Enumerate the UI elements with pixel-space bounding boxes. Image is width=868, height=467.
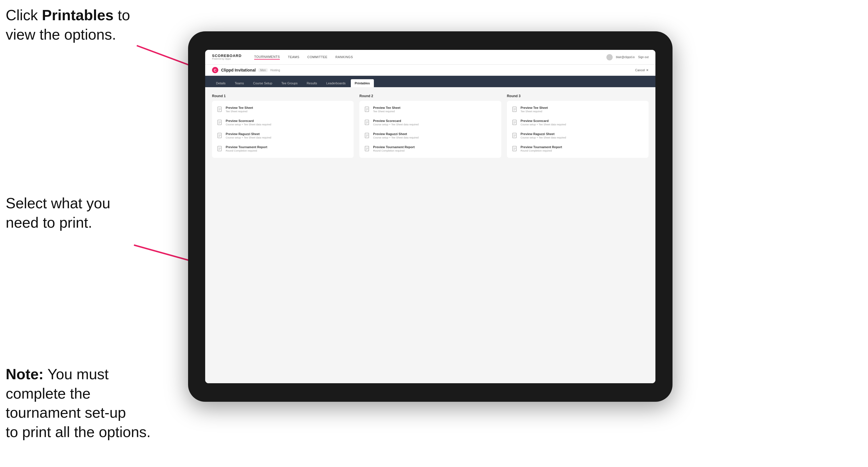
- r2-report-sub: Round Completion required: [373, 149, 414, 152]
- document-icon: [512, 120, 518, 126]
- rounds-grid: Round 1 Preview Tee Sheet Tee S: [212, 94, 649, 158]
- round3-tournament-report[interactable]: Preview Tournament Report Round Completi…: [511, 144, 645, 154]
- main-content: Round 1 Preview Tee Sheet Tee S: [205, 87, 655, 383]
- round2-raguzzi[interactable]: Preview Raguzzi Sheet Course setup + Tee…: [363, 131, 497, 141]
- r2-raguzzi-sub: Course setup + Tee Sheet data required: [373, 136, 418, 139]
- r1-tee-title: Preview Tee Sheet: [226, 106, 253, 110]
- round2-tee-sheet[interactable]: Preview Tee Sheet Tee Sheet required: [363, 105, 497, 115]
- tournament-header: C Clippd Invitational Men Hosting Cancel…: [205, 65, 655, 76]
- r1-scorecard-title: Preview Scorecard: [226, 119, 271, 123]
- tournament-badge: Men: [258, 68, 267, 72]
- r2-scorecard-sub: Course setup + Tee Sheet data required: [373, 123, 418, 126]
- tournament-name: Clippd Invitational: [221, 68, 256, 72]
- r1-tee-sub: Tee Sheet required: [226, 110, 253, 113]
- logo-scoreboard: SCOREBOARD: [212, 54, 242, 58]
- document-icon: [365, 133, 370, 139]
- tab-results[interactable]: Results: [303, 79, 321, 87]
- tab-bar: Details Teams Course Setup Tee Groups Re…: [205, 76, 655, 87]
- logo-sub: Powered by clippd: [212, 58, 242, 60]
- sign-out-link[interactable]: Sign out: [638, 56, 649, 59]
- tab-leaderboards[interactable]: Leaderboards: [322, 79, 350, 87]
- top-nav: SCOREBOARD Powered by clippd TOURNAMENTS…: [205, 50, 655, 65]
- top-nav-links: TOURNAMENTS TEAMS COMMITTEE RANKINGS: [254, 55, 597, 60]
- tab-details[interactable]: Details: [212, 79, 230, 87]
- document-icon: [512, 133, 518, 139]
- r2-scorecard-title: Preview Scorecard: [373, 119, 418, 123]
- r1-report-title: Preview Tournament Report: [226, 145, 267, 149]
- tournament-title-area: C Clippd Invitational Men Hosting: [212, 67, 280, 73]
- round1-raguzzi[interactable]: Preview Raguzzi Sheet Course setup + Tee…: [216, 131, 350, 141]
- round2-scorecard[interactable]: Preview Scorecard Course setup + Tee She…: [363, 118, 497, 128]
- document-icon: [365, 146, 370, 153]
- round-1-title: Round 1: [212, 94, 354, 98]
- hosting-badge: Hosting: [271, 69, 280, 72]
- r1-raguzzi-sub: Course setup + Tee Sheet data required: [226, 136, 271, 139]
- tab-course-setup[interactable]: Course Setup: [249, 79, 276, 87]
- tab-teams[interactable]: Teams: [231, 79, 248, 87]
- document-icon: [365, 120, 370, 126]
- round3-tee-sheet[interactable]: Preview Tee Sheet Tee Sheet required: [511, 105, 645, 115]
- logo-area: SCOREBOARD Powered by clippd: [212, 54, 242, 60]
- annotation-bottom: Note: You mustcomplete thetournament set…: [6, 365, 151, 442]
- user-avatar: [607, 54, 613, 60]
- nav-teams[interactable]: TEAMS: [288, 55, 299, 59]
- round-2-title: Round 2: [359, 94, 501, 98]
- round-3-title: Round 3: [507, 94, 649, 98]
- r3-raguzzi-sub: Course setup + Tee Sheet data required: [521, 136, 566, 139]
- user-email: blair@clippd.io: [616, 56, 635, 59]
- round1-tournament-report[interactable]: Preview Tournament Report Round Completi…: [216, 144, 350, 154]
- r2-raguzzi-title: Preview Raguzzi Sheet: [373, 132, 418, 136]
- tablet-frame: SCOREBOARD Powered by clippd TOURNAMENTS…: [188, 31, 673, 402]
- tab-tee-groups[interactable]: Tee Groups: [277, 79, 302, 87]
- round1-scorecard[interactable]: Preview Scorecard Course setup + Tee She…: [216, 118, 350, 128]
- document-icon: [217, 133, 223, 139]
- nav-tournaments[interactable]: TOURNAMENTS: [254, 55, 280, 60]
- document-icon: [217, 120, 223, 126]
- document-icon: [512, 106, 518, 114]
- round1-tee-sheet[interactable]: Preview Tee Sheet Tee Sheet required: [216, 105, 350, 115]
- r2-tee-sub: Tee Sheet required: [373, 110, 400, 113]
- document-icon: [217, 146, 223, 153]
- r1-scorecard-sub: Course setup + Tee Sheet data required: [226, 123, 271, 126]
- r3-scorecard-sub: Course setup + Tee Sheet data required: [521, 123, 566, 126]
- r3-report-sub: Round Completion required: [521, 149, 562, 152]
- round2-tournament-report[interactable]: Preview Tournament Report Round Completi…: [363, 144, 497, 154]
- annotation-mid: Select what youneed to print.: [6, 194, 110, 232]
- r2-tee-title: Preview Tee Sheet: [373, 106, 400, 110]
- round-3-section: Round 3 Preview Tee Sheet Tee S: [507, 94, 649, 158]
- r1-raguzzi-title: Preview Raguzzi Sheet: [226, 132, 271, 136]
- r3-report-title: Preview Tournament Report: [521, 145, 562, 149]
- nav-rankings[interactable]: RANKINGS: [335, 55, 353, 59]
- r2-report-title: Preview Tournament Report: [373, 145, 414, 149]
- r3-tee-sub: Tee Sheet required: [521, 110, 548, 113]
- cancel-button[interactable]: Cancel ✕: [635, 68, 649, 72]
- round-1-card: Preview Tee Sheet Tee Sheet required: [212, 101, 354, 158]
- round-1-section: Round 1 Preview Tee Sheet Tee S: [212, 94, 354, 158]
- r3-tee-title: Preview Tee Sheet: [521, 106, 548, 110]
- round3-scorecard[interactable]: Preview Scorecard Course setup + Tee She…: [511, 118, 645, 128]
- document-icon: [365, 106, 370, 114]
- r1-report-sub: Round Completion required: [226, 149, 267, 152]
- tablet-screen: SCOREBOARD Powered by clippd TOURNAMENTS…: [205, 50, 655, 383]
- round-2-section: Round 2 Preview Tee Sheet Tee S: [359, 94, 501, 158]
- round-2-card: Preview Tee Sheet Tee Sheet required: [359, 101, 501, 158]
- r3-raguzzi-title: Preview Raguzzi Sheet: [521, 132, 566, 136]
- round3-raguzzi[interactable]: Preview Raguzzi Sheet Course setup + Tee…: [511, 131, 645, 141]
- round-3-card: Preview Tee Sheet Tee Sheet required: [507, 101, 649, 158]
- r3-scorecard-title: Preview Scorecard: [521, 119, 566, 123]
- top-nav-right: blair@clippd.io Sign out: [607, 54, 649, 60]
- tournament-logo: C: [212, 67, 218, 73]
- document-icon: [512, 146, 518, 153]
- tab-printables[interactable]: Printables: [351, 79, 374, 87]
- document-icon: [217, 106, 223, 114]
- nav-committee[interactable]: COMMITTEE: [308, 55, 328, 59]
